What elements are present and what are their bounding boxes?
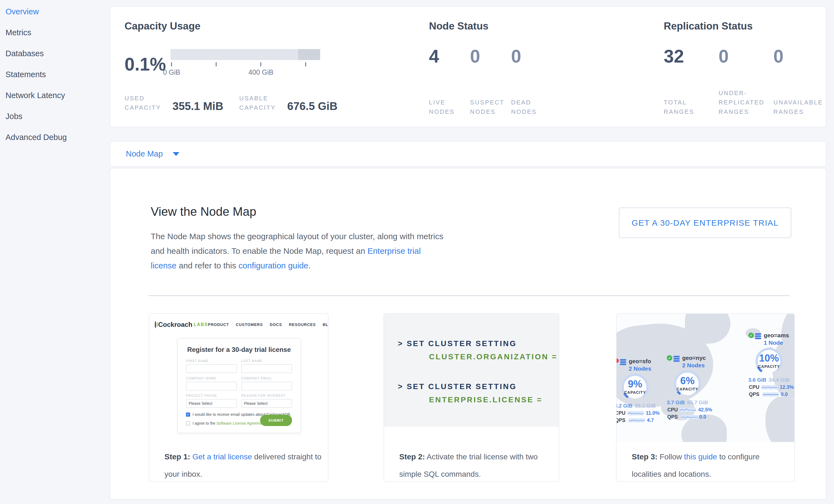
sidebar-item-metrics[interactable]: Metrics xyxy=(0,22,109,43)
qps-sparkline xyxy=(763,392,778,396)
step-3-caption: Step 3: Follow this guide to configure l… xyxy=(632,448,790,482)
total-ranges-value: 32 xyxy=(664,47,719,65)
cpu-label: CPU xyxy=(749,385,759,390)
qps-sparkline xyxy=(629,418,645,422)
gauge-capacity-label: CAPACITY xyxy=(617,390,654,395)
qps-value: 0.0 xyxy=(699,414,706,420)
sql-line-1: > SET CLUSTER SETTING xyxy=(384,337,559,350)
checkbox-checked-icon xyxy=(186,413,190,417)
axis-tick xyxy=(305,62,306,66)
capacity-min: 3.7 GiB xyxy=(667,399,685,406)
sidebar-item-overview[interactable]: Overview xyxy=(0,1,109,22)
capacity-max: 65.7 GiB xyxy=(687,399,708,406)
total-ranges-stat: 32 TOTAL RANGES xyxy=(664,47,719,116)
gauge-percent: 10% xyxy=(755,352,783,364)
mini-field-label: REASON FOR INTEREST xyxy=(241,394,292,398)
this-guide-link[interactable]: this guide xyxy=(684,453,717,461)
capacity-min: 3.2 GiB xyxy=(617,403,632,409)
replication-status-title: Replication Status xyxy=(664,20,828,32)
sidebar-item-statements[interactable]: Statements xyxy=(0,64,109,85)
sidebar-item-jobs[interactable]: Jobs xyxy=(0,106,109,127)
locality-node-count: 2 Nodes xyxy=(629,366,651,372)
step-2-label: Step 2: xyxy=(399,453,425,461)
used-capacity-label: USED CAPACITY xyxy=(125,94,167,112)
qps-value: 0.0 xyxy=(781,392,788,397)
gauge-capacity-label: CAPACITY xyxy=(750,364,788,369)
suspect-nodes-label: SUSPECT NODES xyxy=(470,98,507,116)
total-ranges-label: TOTAL RANGES xyxy=(664,98,713,116)
mini-nav-resources: RESOURCES xyxy=(289,323,316,327)
capacity-gauge: 10% CAPACITY xyxy=(755,348,783,375)
sql-line-3: > SET CLUSTER SETTING xyxy=(384,380,559,393)
mini-field-project-phase: PROJECT PHASE Please Select xyxy=(186,394,237,408)
sidebar-item-advanced-debug[interactable]: Advanced Debug xyxy=(0,127,109,148)
node-map-dropdown[interactable]: Node Map xyxy=(126,149,163,158)
gauge-percent: 6% xyxy=(674,375,701,387)
sidebar-item-databases[interactable]: Databases xyxy=(0,43,109,64)
capacity-min: 3.6 GiB xyxy=(748,377,766,383)
capacity-max: 34.4 GiB xyxy=(769,377,790,383)
step-3-text-pre: Follow xyxy=(657,453,684,461)
sql-line-2: CLUSTER.ORGANIZATION = xyxy=(384,350,559,364)
under-replicated-ranges-label: UNDER-REPLICATED RANGES xyxy=(719,88,768,116)
cpu-label: CPU xyxy=(617,410,626,416)
mini-field-label: COMPANY EMAIL xyxy=(241,376,292,380)
dead-nodes-value: 0 xyxy=(511,47,552,65)
trial-license-site-thumbnail: Cockroach LABS PRODUCT CUSTOMERS DOCS RE… xyxy=(149,314,328,441)
cpu-value: 11.0% xyxy=(646,410,660,416)
section-divider xyxy=(149,295,790,296)
database-stack-icon xyxy=(755,333,761,339)
capacity-max: 35.1 GiB xyxy=(635,403,656,409)
locality-name: geo=ams xyxy=(764,332,789,339)
mini-field-reason: REASON FOR INTEREST Please Select xyxy=(241,394,292,408)
usable-capacity-label: USABLE CAPACITY xyxy=(239,94,281,112)
step-2-caption: Step 2: Activate the trial license with … xyxy=(399,448,555,482)
mini-select: Please Select xyxy=(186,399,237,408)
database-stack-icon xyxy=(673,356,680,362)
capacity-bar-segment xyxy=(298,49,320,60)
node-status-section: Node Status 4 LIVE NODES 0 SUSPECT NODES… xyxy=(429,20,552,116)
usable-capacity-value: 676.5 GiB xyxy=(287,100,337,112)
mini-brand-suffix: LABS xyxy=(194,322,208,327)
chevron-down-icon[interactable] xyxy=(173,152,179,156)
step-1-caption: Step 1: Get a trial license delivered st… xyxy=(164,448,324,482)
get-enterprise-trial-button[interactable]: GET A 30-DAY ENTERPRISE TRIAL xyxy=(619,207,791,238)
live-nodes-value: 4 xyxy=(429,47,470,65)
cpu-label: CPU xyxy=(667,407,678,413)
get-trial-license-link[interactable]: Get a trial license xyxy=(192,453,252,461)
mini-submit-button: SUBMIT xyxy=(260,415,292,426)
dead-nodes-stat: 0 DEAD NODES xyxy=(511,47,552,116)
mini-field-first-name: FIRST NAME xyxy=(186,359,237,373)
sidebar: Overview Metrics Databases Statements Ne… xyxy=(0,0,109,504)
unavailable-ranges-label: UNAVAILABLE RANGES xyxy=(773,98,823,116)
replication-status-section: Replication Status 32 TOTAL RANGES 0 UND… xyxy=(664,20,828,116)
cpu-sparkline xyxy=(680,408,696,412)
cpu-value: 12.3% xyxy=(780,385,794,390)
mini-nav-product: PRODUCT xyxy=(208,323,229,327)
mini-field-label: LAST NAME xyxy=(241,359,292,363)
mini-field-label: COMPANY NAME xyxy=(186,376,237,380)
capacity-gauge: 9% CAPACITY xyxy=(621,374,649,401)
mini-text-input xyxy=(241,364,292,373)
locality-widget-nyc: geo=nyc 2 Nodes 6% CAPACITY 3.7 GiB 65.7… xyxy=(667,355,708,420)
capacity-bar-track xyxy=(171,49,320,60)
axis-label-400gib: 400 GiB xyxy=(248,68,273,76)
map-land-africa xyxy=(765,396,794,442)
axis-tick xyxy=(260,62,261,66)
mini-site-nav: PRODUCT CUSTOMERS DOCS RESOURCES BLOG xyxy=(208,323,328,327)
capacity-bar: 0 GiB 400 GiB xyxy=(171,49,320,79)
live-nodes-stat: 4 LIVE NODES xyxy=(429,47,470,116)
mini-text-input xyxy=(186,382,237,391)
sidebar-item-network-latency[interactable]: Network Latency xyxy=(0,85,109,106)
mini-form-title: Register for a 30-day trial license xyxy=(186,346,292,353)
locality-node-count: 1 Node xyxy=(764,339,789,346)
mini-field-label: FIRST NAME xyxy=(186,359,237,363)
qps-sparkline xyxy=(681,415,697,419)
mini-nav-customers: CUSTOMERS xyxy=(236,323,263,327)
configuration-guide-link[interactable]: configuration guide xyxy=(239,261,309,270)
sql-code-block: > SET CLUSTER SETTING CLUSTER.ORGANIZATI… xyxy=(384,314,559,427)
mini-agree-text: I agree to the xyxy=(193,421,216,425)
node-status-title: Node Status xyxy=(429,20,552,32)
node-map-onboarding-card: View the Node Map The Node Map shows the… xyxy=(110,168,827,500)
intro-text-2: and refer to this xyxy=(176,261,238,270)
